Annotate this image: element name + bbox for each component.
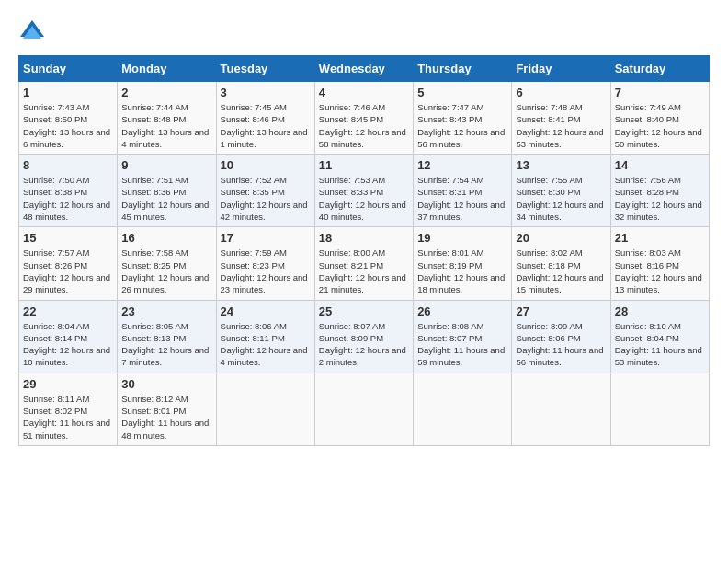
calendar-cell: 11Sunrise: 7:53 AM Sunset: 8:33 PM Dayli… <box>314 155 413 227</box>
day-number: 15 <box>23 231 113 245</box>
calendar-cell: 14Sunrise: 7:56 AM Sunset: 8:28 PM Dayli… <box>610 155 709 227</box>
day-number: 18 <box>319 231 409 245</box>
day-number: 9 <box>121 158 211 172</box>
day-number: 13 <box>516 158 606 172</box>
day-number: 11 <box>319 158 409 172</box>
calendar-cell: 7Sunrise: 7:49 AM Sunset: 8:40 PM Daylig… <box>610 82 709 155</box>
logo-icon <box>18 18 46 46</box>
calendar-header: SundayMondayTuesdayWednesdayThursdayFrid… <box>19 56 710 82</box>
day-info: Sunrise: 7:55 AM Sunset: 8:30 PM Dayligh… <box>516 174 606 223</box>
day-number: 7 <box>615 86 705 99</box>
calendar-cell <box>414 373 512 445</box>
day-number: 5 <box>417 86 507 99</box>
day-info: Sunrise: 8:03 AM Sunset: 8:16 PM Dayligh… <box>615 247 705 295</box>
day-info: Sunrise: 8:02 AM Sunset: 8:18 PM Dayligh… <box>516 247 606 295</box>
calendar-cell: 26Sunrise: 8:08 AM Sunset: 8:07 PM Dayli… <box>414 300 512 373</box>
weekday-header-monday: Monday <box>118 56 216 82</box>
calendar-cell: 15Sunrise: 7:57 AM Sunset: 8:26 PM Dayli… <box>19 227 118 300</box>
day-info: Sunrise: 7:49 AM Sunset: 8:40 PM Dayligh… <box>615 101 705 150</box>
day-number: 4 <box>319 86 409 99</box>
day-info: Sunrise: 7:52 AM Sunset: 8:35 PM Dayligh… <box>221 174 311 223</box>
day-info: Sunrise: 7:50 AM Sunset: 8:38 PM Dayligh… <box>23 174 113 223</box>
calendar-week-2: 8Sunrise: 7:50 AM Sunset: 8:38 PM Daylig… <box>19 155 710 227</box>
calendar-cell: 18Sunrise: 8:00 AM Sunset: 8:21 PM Dayli… <box>314 227 413 300</box>
day-info: Sunrise: 8:08 AM Sunset: 8:07 PM Dayligh… <box>417 320 507 369</box>
day-number: 29 <box>23 377 113 391</box>
day-info: Sunrise: 8:10 AM Sunset: 8:04 PM Dayligh… <box>615 320 705 369</box>
calendar-cell: 23Sunrise: 8:05 AM Sunset: 8:13 PM Dayli… <box>118 300 216 373</box>
day-info: Sunrise: 8:11 AM Sunset: 8:02 PM Dayligh… <box>23 393 113 442</box>
calendar-cell: 21Sunrise: 8:03 AM Sunset: 8:16 PM Dayli… <box>610 227 709 300</box>
calendar-cell: 24Sunrise: 8:06 AM Sunset: 8:11 PM Dayli… <box>216 300 314 373</box>
day-info: Sunrise: 7:47 AM Sunset: 8:43 PM Dayligh… <box>417 101 507 150</box>
calendar-body: 1Sunrise: 7:43 AM Sunset: 8:50 PM Daylig… <box>19 82 710 446</box>
day-info: Sunrise: 8:01 AM Sunset: 8:19 PM Dayligh… <box>417 247 507 295</box>
day-number: 1 <box>23 86 113 99</box>
day-info: Sunrise: 7:43 AM Sunset: 8:50 PM Dayligh… <box>23 101 113 150</box>
calendar-cell: 5Sunrise: 7:47 AM Sunset: 8:43 PM Daylig… <box>414 82 512 155</box>
calendar-cell: 10Sunrise: 7:52 AM Sunset: 8:35 PM Dayli… <box>216 155 314 227</box>
calendar-week-1: 1Sunrise: 7:43 AM Sunset: 8:50 PM Daylig… <box>19 82 710 155</box>
calendar-cell: 28Sunrise: 8:10 AM Sunset: 8:04 PM Dayli… <box>610 300 709 373</box>
calendar-cell: 3Sunrise: 7:45 AM Sunset: 8:46 PM Daylig… <box>216 82 314 155</box>
day-number: 20 <box>516 231 606 245</box>
calendar-cell: 4Sunrise: 7:46 AM Sunset: 8:45 PM Daylig… <box>314 82 413 155</box>
weekday-header-thursday: Thursday <box>414 56 512 82</box>
day-number: 12 <box>417 158 507 172</box>
day-info: Sunrise: 7:59 AM Sunset: 8:23 PM Dayligh… <box>221 247 311 295</box>
calendar-cell: 27Sunrise: 8:09 AM Sunset: 8:06 PM Dayli… <box>512 300 610 373</box>
day-number: 3 <box>221 86 311 99</box>
day-info: Sunrise: 7:46 AM Sunset: 8:45 PM Dayligh… <box>319 101 409 150</box>
day-info: Sunrise: 7:57 AM Sunset: 8:26 PM Dayligh… <box>23 247 113 295</box>
logo <box>18 18 50 46</box>
day-number: 27 <box>516 304 606 318</box>
calendar-cell <box>512 373 610 445</box>
day-number: 6 <box>516 86 606 99</box>
weekday-header-row: SundayMondayTuesdayWednesdayThursdayFrid… <box>19 56 710 82</box>
calendar-cell: 6Sunrise: 7:48 AM Sunset: 8:41 PM Daylig… <box>512 82 610 155</box>
weekday-header-saturday: Saturday <box>610 56 709 82</box>
day-info: Sunrise: 7:54 AM Sunset: 8:31 PM Dayligh… <box>417 174 507 223</box>
day-number: 23 <box>121 304 211 318</box>
calendar-cell: 2Sunrise: 7:44 AM Sunset: 8:48 PM Daylig… <box>118 82 216 155</box>
calendar-cell: 9Sunrise: 7:51 AM Sunset: 8:36 PM Daylig… <box>118 155 216 227</box>
day-info: Sunrise: 7:45 AM Sunset: 8:46 PM Dayligh… <box>221 101 311 150</box>
calendar-cell: 12Sunrise: 7:54 AM Sunset: 8:31 PM Dayli… <box>414 155 512 227</box>
weekday-header-friday: Friday <box>512 56 610 82</box>
calendar-cell: 13Sunrise: 7:55 AM Sunset: 8:30 PM Dayli… <box>512 155 610 227</box>
day-info: Sunrise: 8:00 AM Sunset: 8:21 PM Dayligh… <box>319 247 409 295</box>
calendar-week-4: 22Sunrise: 8:04 AM Sunset: 8:14 PM Dayli… <box>19 300 710 373</box>
day-number: 10 <box>221 158 311 172</box>
day-number: 24 <box>221 304 311 318</box>
day-number: 26 <box>417 304 507 318</box>
calendar-cell: 16Sunrise: 7:58 AM Sunset: 8:25 PM Dayli… <box>118 227 216 300</box>
day-number: 14 <box>615 158 705 172</box>
day-number: 25 <box>319 304 409 318</box>
calendar-cell <box>216 373 314 445</box>
weekday-header-sunday: Sunday <box>19 56 118 82</box>
day-info: Sunrise: 7:44 AM Sunset: 8:48 PM Dayligh… <box>121 101 211 150</box>
day-number: 16 <box>121 231 211 245</box>
day-number: 2 <box>121 86 211 99</box>
day-number: 28 <box>615 304 705 318</box>
day-info: Sunrise: 7:48 AM Sunset: 8:41 PM Dayligh… <box>516 101 606 150</box>
day-info: Sunrise: 7:53 AM Sunset: 8:33 PM Dayligh… <box>319 174 409 223</box>
calendar-cell: 30Sunrise: 8:12 AM Sunset: 8:01 PM Dayli… <box>118 373 216 445</box>
calendar-cell: 22Sunrise: 8:04 AM Sunset: 8:14 PM Dayli… <box>19 300 118 373</box>
calendar-cell <box>314 373 413 445</box>
weekday-header-tuesday: Tuesday <box>216 56 314 82</box>
day-info: Sunrise: 7:51 AM Sunset: 8:36 PM Dayligh… <box>121 174 211 223</box>
weekday-header-wednesday: Wednesday <box>314 56 413 82</box>
calendar-cell: 8Sunrise: 7:50 AM Sunset: 8:38 PM Daylig… <box>19 155 118 227</box>
calendar-cell <box>610 373 709 445</box>
calendar-table: SundayMondayTuesdayWednesdayThursdayFrid… <box>18 55 710 446</box>
day-number: 17 <box>221 231 311 245</box>
day-info: Sunrise: 8:06 AM Sunset: 8:11 PM Dayligh… <box>221 320 311 369</box>
page-header <box>18 18 710 46</box>
calendar-cell: 29Sunrise: 8:11 AM Sunset: 8:02 PM Dayli… <box>19 373 118 445</box>
calendar-cell: 19Sunrise: 8:01 AM Sunset: 8:19 PM Dayli… <box>414 227 512 300</box>
day-info: Sunrise: 8:09 AM Sunset: 8:06 PM Dayligh… <box>516 320 606 369</box>
calendar-cell: 20Sunrise: 8:02 AM Sunset: 8:18 PM Dayli… <box>512 227 610 300</box>
day-info: Sunrise: 8:04 AM Sunset: 8:14 PM Dayligh… <box>23 320 113 369</box>
day-number: 19 <box>417 231 507 245</box>
